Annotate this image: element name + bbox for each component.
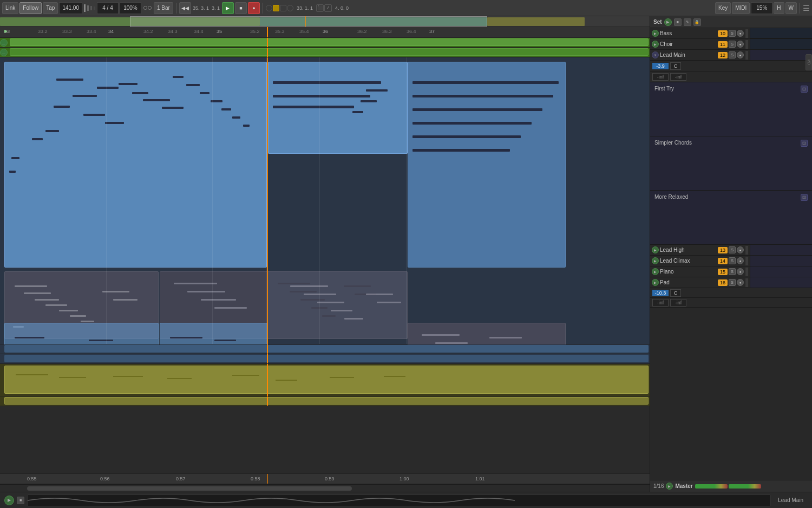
play-button[interactable]: ▶ xyxy=(222,2,234,14)
choir-track-name: Choir xyxy=(660,41,717,47)
lead-high-s-btn[interactable]: S xyxy=(729,246,736,253)
green-clip-2[interactable] xyxy=(10,48,649,56)
link-button[interactable]: Link xyxy=(2,2,18,14)
pad-key-display: C xyxy=(670,289,681,297)
lead-main-s-btn[interactable]: S xyxy=(729,51,736,58)
right-choir-row: ▶ Choir 11 S ● xyxy=(650,39,812,50)
pad-play-btn[interactable]: ▶ xyxy=(652,279,659,286)
bass-s-btn[interactable]: S xyxy=(729,30,736,37)
tracks-area: ... ... xyxy=(0,38,650,473)
lead-high-clip[interactable] xyxy=(4,345,649,353)
hamburger-icon[interactable]: ☰ xyxy=(803,4,810,12)
piano-play-btn[interactable]: ▶ xyxy=(652,268,659,275)
pad-mute-btn[interactable]: ● xyxy=(737,279,744,286)
warp-button[interactable]: W xyxy=(785,2,797,14)
ruler-mark-37: 37 xyxy=(429,29,435,34)
set-play-btn[interactable]: ▶ xyxy=(664,18,672,26)
piano-mute-btn[interactable]: ● xyxy=(737,268,744,275)
lead-high-number: 13 xyxy=(718,247,728,253)
ruler-mark-364: 36.4 xyxy=(407,29,416,34)
time-059: 0:59 xyxy=(325,476,335,481)
blue-clip-3[interactable] xyxy=(408,62,566,268)
lead-main-inf1: -inf xyxy=(652,73,669,81)
lead-climax-resize[interactable] xyxy=(745,257,748,265)
scene-first-try-btn[interactable]: ⊡ xyxy=(801,86,808,93)
bass-play-btn[interactable]: ▶ xyxy=(652,30,659,37)
blue-clip-1[interactable] xyxy=(4,62,267,268)
tempo-display[interactable]: 141.00 xyxy=(59,2,82,14)
lead-climax-mute-btn[interactable]: ● xyxy=(737,257,744,264)
lead-high-resize[interactable] xyxy=(745,246,748,255)
lead-main-resize[interactable] xyxy=(745,51,748,60)
cpu-display: 15% xyxy=(751,2,772,14)
key-button[interactable]: Key xyxy=(715,2,731,14)
ruler-mark-332: 33.2 xyxy=(38,29,48,34)
bass-track-resize[interactable] xyxy=(745,29,748,38)
scene-simpler-chords-btn[interactable]: ⊡ xyxy=(801,140,808,147)
lead-climax-s-btn[interactable]: S xyxy=(729,257,736,264)
follow-button[interactable]: Follow xyxy=(19,2,42,14)
side-btn-1[interactable]: I/O xyxy=(806,54,812,70)
playhead-piano xyxy=(267,364,268,396)
bass-mute-btn[interactable]: ● xyxy=(737,30,744,37)
zoom-display[interactable]: 100% xyxy=(120,2,141,14)
tap-button[interactable]: Tap xyxy=(43,2,58,14)
master-play-btn[interactable]: ▶ xyxy=(666,483,673,490)
pad-s-btn[interactable]: S xyxy=(729,279,736,286)
lead-high-mute-btn[interactable]: ● xyxy=(737,246,744,253)
choir-play-btn[interactable]: ▶ xyxy=(652,41,659,48)
piano-s-btn[interactable]: S xyxy=(729,268,736,275)
scene-more-relaxed-btn[interactable]: ⊡ xyxy=(801,194,808,201)
ruler-mark-354: 35.4 xyxy=(299,29,309,34)
pad-name: Pad xyxy=(660,279,717,285)
green-track-1: ... xyxy=(0,38,650,48)
lead-high-name: Lead High xyxy=(660,247,717,253)
track2-play[interactable]: ... xyxy=(0,49,8,56)
overview-playhead xyxy=(305,16,306,27)
choir-s-btn[interactable]: S xyxy=(729,41,736,48)
pad-vol-display: -10.3 xyxy=(652,290,669,296)
choir-resize[interactable] xyxy=(745,40,748,49)
barline-36 xyxy=(319,57,320,344)
barline-365 xyxy=(406,57,407,344)
stop-button[interactable]: ■ xyxy=(235,2,247,14)
bottom-stop-btn[interactable]: ■ xyxy=(17,497,24,504)
piano-resize[interactable] xyxy=(745,268,748,276)
midi-button[interactable]: MIDI xyxy=(732,2,750,14)
rewind-btn[interactable]: ◀◀ xyxy=(179,2,191,14)
lead-main-mute-btn[interactable]: ● xyxy=(737,51,744,58)
set-lock-btn[interactable]: 🔒 xyxy=(693,18,701,26)
ruler-mark-343: 34.3 xyxy=(168,29,178,34)
piano-clip[interactable] xyxy=(4,366,649,394)
track1-play[interactable]: ... xyxy=(0,39,8,47)
set-stop-btn[interactable]: ■ xyxy=(674,18,682,26)
playhead-timeline xyxy=(267,474,268,484)
lead-high-track xyxy=(0,344,650,354)
choir-mute-btn[interactable]: ● xyxy=(737,41,744,48)
lead-high-play-btn[interactable]: ▶ xyxy=(652,246,659,253)
bar-button[interactable]: 1 Bar xyxy=(154,2,173,14)
hw-button[interactable]: H xyxy=(774,2,784,14)
set-edit-btn[interactable]: ✎ xyxy=(684,18,691,26)
lead-climax-clip[interactable] xyxy=(4,355,649,362)
pad-resize[interactable] xyxy=(745,278,748,287)
pos2-display: 33. 1. 1 xyxy=(294,5,315,11)
lead-main-key-display: C xyxy=(670,62,681,70)
green-clip-1[interactable] xyxy=(10,38,649,46)
ruler-mark-333: 33.3 xyxy=(62,29,72,34)
lead-climax-play-btn[interactable]: ▶ xyxy=(652,257,659,264)
right-panel: Set ▶ ■ ✎ 🔒 ▶ Bass 10 S ● ▶ Choir 11 xyxy=(650,16,812,492)
ruler-mark-342: 34.2 xyxy=(143,29,153,34)
lead-main-expand[interactable]: ▼ xyxy=(652,51,659,58)
blue-clip-2[interactable] xyxy=(268,62,408,154)
scroll-bar[interactable] xyxy=(0,484,650,492)
fraction-label: 1/16 xyxy=(653,483,664,489)
bottom-play-btn[interactable]: ▶ xyxy=(4,496,14,505)
pad-inf1: -inf xyxy=(652,299,669,307)
pad-clip[interactable] xyxy=(4,397,649,405)
lead-main-inf-row: -inf -inf xyxy=(650,71,812,82)
bass-track-name: Bass xyxy=(660,30,717,36)
record-button[interactable]: ● xyxy=(248,2,260,14)
time-057: 0:57 xyxy=(176,476,186,481)
time-sig-display[interactable]: 4 / 4 xyxy=(97,2,119,14)
